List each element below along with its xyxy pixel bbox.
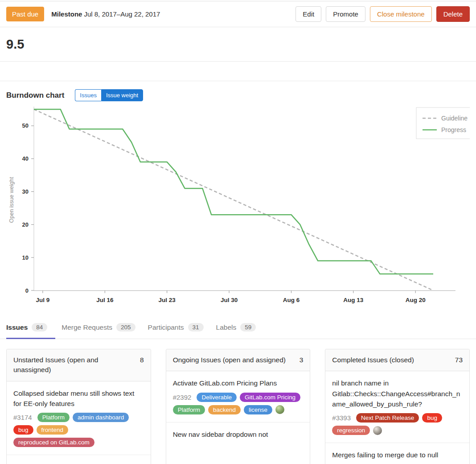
label-pill[interactable]: reproduced on GitLab.com	[13, 438, 94, 447]
milestone-meta-group: Past due MilestoneJul 8, 2017–Aug 22, 20…	[6, 7, 160, 21]
burndown-chart-svg: 01020304050Jul 9Jul 16Jul 23Jul 30Aug 6A…	[6, 105, 470, 307]
x-tick-label: Jul 23	[159, 297, 176, 303]
tab-labels[interactable]: Labels59	[210, 316, 263, 339]
issue-meta: #3393Next Patch Releasebugregression	[332, 413, 463, 435]
y-tick-label: 20	[22, 221, 29, 228]
progress-line	[34, 109, 433, 274]
burndown-chart-title: Burndown chart	[6, 91, 64, 100]
burndown-toggle: IssuesIssue weight	[75, 89, 143, 101]
y-tick-label: 40	[22, 155, 29, 162]
x-tick-label: Jul 9	[36, 297, 50, 303]
assignee-avatar[interactable]	[275, 405, 284, 414]
x-tick-label: Jul 16	[96, 297, 114, 303]
board-column-unstarted: Unstarted Issues (open and unassigned)8C…	[6, 349, 151, 464]
issue-card: nil branch name in Gitlab::Checks::Chang…	[325, 371, 469, 443]
tab-label: Participants	[148, 323, 184, 331]
board-column-completed: Completed Issues (closed)73nil branch na…	[325, 349, 470, 464]
column-count: 73	[455, 355, 463, 365]
tab-label: Issues	[6, 323, 28, 331]
issue-id: #3174	[13, 414, 32, 421]
milestone-date-range: Jul 8, 2017–Aug 22, 2017	[84, 10, 160, 18]
burndown-chart: 01020304050Jul 9Jul 16Jul 23Jul 30Aug 6A…	[6, 105, 470, 308]
y-tick-label: 30	[22, 188, 29, 195]
y-tick-label: 50	[22, 122, 29, 129]
issue-title[interactable]: Merges failing to merge due to null	[332, 450, 463, 460]
issue-card: Merges failing to merge due to null	[325, 443, 469, 464]
tab-label: Labels	[216, 323, 237, 331]
past-due-badge: Past due	[6, 7, 44, 21]
label-pill[interactable]: bug	[13, 425, 33, 435]
label-pill[interactable]: admin dashboard	[73, 413, 129, 422]
board-column-ongoing: Ongoing Issues (open and assigned)3Activ…	[166, 349, 311, 464]
label-pill[interactable]: frontend	[37, 425, 69, 435]
delete-button[interactable]: Delete	[436, 6, 470, 22]
y-tick-label: 0	[25, 287, 29, 294]
milestone-meta: MilestoneJul 8, 2017–Aug 22, 2017	[51, 10, 160, 18]
header-actions: EditPromoteClose milestoneDelete	[291, 6, 470, 22]
milestone-title: 9.5	[0, 27, 476, 61]
tab-label: Merge Requests	[62, 323, 112, 331]
close-milestone-button[interactable]: Close milestone	[370, 6, 432, 22]
y-axis-label: Open issue weight	[8, 177, 15, 223]
legend-label-guideline: Guideline	[441, 115, 468, 122]
legend-box	[416, 108, 470, 139]
label-pill[interactable]: regression	[332, 426, 370, 435]
label-pill[interactable]: Platform	[173, 405, 205, 414]
tab-count-badge: 205	[116, 323, 135, 331]
milestone-label: Milestone	[51, 10, 82, 18]
milestone-header: Past due MilestoneJul 8, 2017–Aug 22, 20…	[0, 1, 476, 27]
edit-button[interactable]: Edit	[295, 6, 321, 22]
label-pill[interactable]: Next Patch Release	[356, 413, 419, 423]
assignee-avatar[interactable]	[373, 426, 382, 435]
x-tick-label: Jul 30	[221, 297, 238, 303]
milestone-description-area	[0, 62, 476, 81]
x-tick-label: Aug 13	[343, 297, 364, 303]
tab-issues[interactable]: Issues84	[6, 316, 55, 339]
issue-title[interactable]: Activate GitLab.com Pricing Plans	[173, 378, 304, 388]
x-tick-label: Aug 6	[283, 297, 300, 303]
issue-meta: #3174Platformadmin dashboardbugfrontendr…	[13, 413, 144, 447]
issue-id: #3393	[332, 414, 351, 422]
tab-count-badge: 59	[240, 323, 256, 331]
column-count: 8	[140, 355, 144, 375]
issue-id: #2392	[173, 394, 192, 401]
issue-title[interactable]: New nav sidebar dropdown not	[173, 429, 304, 439]
tab-count-badge: 84	[32, 323, 47, 331]
column-title: Completed Issues (closed)	[332, 355, 455, 365]
label-pill[interactable]: GitLab.com Pricing	[240, 393, 300, 402]
toggle-issue-weight[interactable]: Issue weight	[101, 89, 143, 101]
issue-card	[7, 455, 151, 464]
toggle-issues[interactable]: Issues	[75, 89, 101, 101]
issues-board: Unstarted Issues (open and unassigned)8C…	[0, 339, 476, 464]
column-title: Ongoing Issues (open and assigned)	[173, 355, 300, 365]
tab-count-badge: 31	[188, 323, 204, 331]
issue-title[interactable]: Collapsed sidebar menu still shows text …	[13, 388, 144, 409]
tab-merge-requests[interactable]: Merge Requests205	[55, 316, 141, 339]
issue-card: Collapsed sidebar menu still shows text …	[7, 381, 151, 456]
label-pill[interactable]: license	[244, 405, 272, 414]
label-pill[interactable]: bug	[422, 413, 442, 423]
burndown-section: Burndown chart IssuesIssue weight 010203…	[0, 81, 476, 308]
promote-button[interactable]: Promote	[326, 6, 365, 22]
legend-label-progress: Progress	[441, 126, 466, 133]
column-header: Ongoing Issues (open and assigned)3	[166, 349, 310, 371]
milestone-tabs: Issues84Merge Requests205Participants31L…	[0, 316, 476, 339]
label-pill[interactable]: backend	[208, 405, 241, 414]
column-header: Unstarted Issues (open and unassigned)8	[7, 349, 151, 381]
issue-title[interactable]: nil branch name in Gitlab::Checks::Chang…	[332, 378, 463, 409]
x-tick-label: Aug 20	[406, 297, 426, 303]
chart-legend: GuidelineProgress	[416, 108, 470, 139]
issue-meta: #2392DeliverableGitLab.com PricingPlatfo…	[173, 393, 304, 414]
issue-card: Activate GitLab.com Pricing Plans#2392De…	[166, 371, 310, 422]
issue-card: New nav sidebar dropdown not	[166, 423, 310, 447]
label-pill[interactable]: Platform	[37, 413, 70, 422]
column-header: Completed Issues (closed)73	[325, 349, 469, 371]
label-pill[interactable]: Deliverable	[197, 393, 237, 402]
tab-participants[interactable]: Participants31	[142, 316, 210, 339]
column-title: Unstarted Issues (open and unassigned)	[13, 355, 140, 375]
column-count: 3	[300, 355, 304, 365]
y-tick-label: 10	[22, 254, 29, 261]
